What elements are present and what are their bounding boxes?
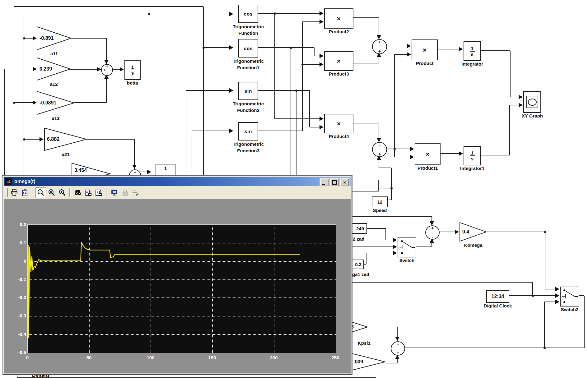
arrowhead <box>407 52 411 57</box>
zoom-y-axis-icon[interactable] <box>57 188 67 198</box>
floating-scope-icon[interactable] <box>110 188 119 198</box>
wire <box>510 105 519 105</box>
sum-sign: + <box>378 49 381 53</box>
wire <box>17 375 17 378</box>
save-axes-icon[interactable] <box>83 188 93 198</box>
block-label: a13 <box>52 116 59 121</box>
block-label: TrigonometricFunction3 <box>233 141 264 154</box>
block-label: a11 <box>50 51 58 56</box>
wire <box>203 7 204 176</box>
trig-function3-block[interactable]: sin TrigonometricFunction3 <box>238 122 258 141</box>
print-icon[interactable] <box>9 188 19 198</box>
arrowhead <box>229 129 233 133</box>
maximize-button[interactable] <box>330 178 339 186</box>
gain-block-a13[interactable]: -0.0891 a13 <box>37 91 75 115</box>
gain-block-a12[interactable]: 0.239 a12 <box>37 58 71 81</box>
junction-dot <box>274 12 276 15</box>
block-label: Kpsi1 <box>358 340 371 346</box>
clock-value: 12:34 <box>492 294 504 299</box>
toolbar-grip[interactable] <box>6 188 8 197</box>
minimize-button[interactable] <box>320 178 329 186</box>
gain-block-a11[interactable]: -0.891 a11 <box>37 26 72 50</box>
zoom-x-axis-icon[interactable] <box>47 188 57 198</box>
arrowhead <box>459 47 463 51</box>
restore-axes-icon[interactable] <box>94 188 104 198</box>
sum-block-s4[interactable]: + + <box>391 341 405 356</box>
block-label: XY Graph <box>522 113 543 118</box>
block-label: Speed <box>373 208 387 213</box>
autoscale-binoculars-icon[interactable] <box>73 188 83 198</box>
integrator-block[interactable]: 1s Integrator <box>464 41 481 61</box>
parameters-icon[interactable] <box>20 188 30 198</box>
junction-dot <box>290 47 292 49</box>
gain-block-komega[interactable]: 0.4 Komega <box>460 222 487 242</box>
wire <box>4 69 33 69</box>
wire <box>385 228 386 240</box>
toolbar-separator <box>32 188 33 197</box>
wire <box>14 6 203 7</box>
x-tick-label: 100 <box>141 355 161 360</box>
xy-graph-block[interactable]: XY Graph <box>523 91 541 113</box>
product4-block[interactable]: × Product4 <box>324 114 353 133</box>
block-label: Product1 <box>418 165 438 171</box>
frac-den: s <box>131 71 134 75</box>
wire <box>274 13 275 119</box>
wire <box>203 47 230 48</box>
wire <box>391 168 392 200</box>
arrowhead <box>377 35 381 39</box>
toolbar-separator <box>69 188 71 197</box>
constant-speed[interactable]: 12 Speed <box>372 196 388 207</box>
switch2-block[interactable]: Switch2 <box>560 287 579 307</box>
junction-dot <box>23 138 25 141</box>
switch-icon <box>561 288 578 305</box>
product1-block[interactable]: × Product1 <box>415 143 441 165</box>
wire <box>24 38 33 39</box>
frac-den: s <box>471 156 474 161</box>
wire <box>379 168 391 168</box>
block-label: Product <box>416 61 434 66</box>
integrator1-block[interactable]: 1s Integrator1 <box>464 146 481 165</box>
wire <box>545 289 556 289</box>
junction-dot <box>394 148 396 150</box>
product3-block[interactable]: × Product3 <box>324 51 353 71</box>
sum-block-s2[interactable]: - + <box>372 142 387 157</box>
xy-graph-icon <box>526 96 538 108</box>
signal-selection-icon[interactable] <box>131 188 141 198</box>
trig-function2-block[interactable]: sin TrigonometricFunction2 <box>238 82 258 100</box>
scope-titlebar[interactable]: omega(t) × <box>4 177 351 186</box>
wire <box>438 232 455 232</box>
wire <box>257 90 310 91</box>
product-block[interactable]: × Product <box>412 39 438 60</box>
wire <box>532 282 533 296</box>
arrowhead <box>393 251 397 255</box>
wire <box>314 56 320 56</box>
sum-block-beta[interactable]: + + + <box>101 64 113 76</box>
trig-function1-block[interactable]: cos TrigonometricFunction1 <box>238 39 258 58</box>
integrator-block-betta[interactable]: 1s betta <box>124 60 141 80</box>
gain-block-a21[interactable]: 6.882 a21 <box>44 128 87 151</box>
constant-value: 249 <box>356 226 364 231</box>
block-label: Product3 <box>329 71 349 76</box>
trig-function-block[interactable]: cos TrigonometricFunction <box>238 5 258 23</box>
y-tick-label: -0.3 <box>9 313 26 318</box>
wire <box>367 228 386 229</box>
zoom-icon[interactable] <box>35 187 46 198</box>
wire <box>509 105 510 155</box>
digital-clock-block[interactable]: 12:34 Digital Clock <box>486 290 509 303</box>
arrowhead <box>320 11 324 16</box>
wire <box>510 51 511 97</box>
switch-block[interactable]: Switch <box>398 237 416 257</box>
sum-sign: + <box>397 342 399 346</box>
wire <box>302 21 320 22</box>
lock-axes-icon[interactable] <box>120 188 130 198</box>
product2-block[interactable]: × Product2 <box>324 8 353 29</box>
sum-block-s1[interactable]: + + <box>372 39 387 54</box>
close-button[interactable]: × <box>340 178 349 186</box>
wire <box>192 131 192 176</box>
sum-sign: + <box>134 170 136 174</box>
frac-den: s <box>471 52 474 57</box>
sum-block-s3[interactable]: + - <box>425 225 440 240</box>
gain-value: -0.891 <box>40 35 54 41</box>
block-label: Integrator1 <box>460 166 484 171</box>
junction-dot <box>544 347 546 349</box>
